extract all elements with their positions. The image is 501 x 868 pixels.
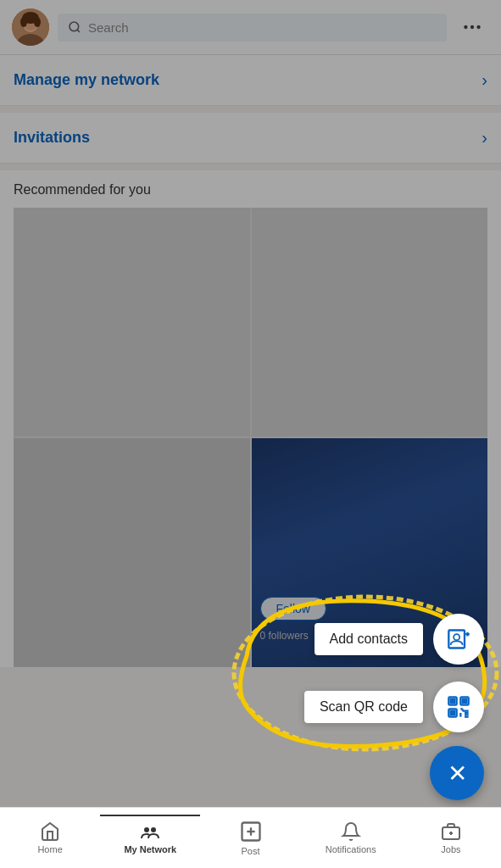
svg-rect-20 (451, 699, 455, 704)
nav-jobs[interactable]: Jobs (401, 815, 501, 861)
svg-point-14 (454, 634, 459, 640)
contacts-icon (447, 627, 470, 651)
network-label: My Network (124, 844, 176, 854)
active-indicator (100, 815, 200, 816)
nav-post[interactable]: Post (200, 813, 300, 863)
post-label: Post (242, 846, 260, 856)
bottom-nav: Home My Network Post Notifications (0, 807, 501, 868)
jobs-label: Jobs (441, 844, 460, 854)
nav-network[interactable]: My Network (100, 815, 200, 861)
home-label: Home (37, 844, 62, 854)
svg-point-30 (144, 827, 149, 832)
scan-qr-row: Scan QR code (304, 682, 484, 732)
add-contacts-row: Add contacts (315, 614, 485, 665)
scan-qr-button[interactable] (433, 682, 484, 732)
nav-notifications[interactable]: Notifications (301, 815, 401, 861)
svg-rect-22 (451, 711, 455, 715)
network-icon (140, 821, 160, 842)
svg-rect-13 (448, 631, 465, 648)
svg-rect-21 (463, 699, 467, 704)
svg-point-31 (151, 827, 156, 832)
jobs-icon (441, 821, 461, 842)
nav-home[interactable]: Home (0, 815, 100, 861)
qr-icon (447, 695, 470, 719)
scan-qr-label: Scan QR code (304, 691, 423, 723)
notifications-label: Notifications (326, 844, 376, 854)
add-contacts-button[interactable] (433, 614, 484, 665)
overlay (0, 0, 501, 868)
action-popup: Add contacts Scan QR code (304, 614, 484, 732)
add-contacts-label: Add contacts (315, 623, 424, 655)
fab-close-button[interactable]: ✕ (430, 746, 484, 800)
close-icon: ✕ (448, 760, 467, 787)
post-icon (239, 820, 263, 843)
home-icon (40, 821, 60, 842)
notifications-icon (341, 821, 361, 842)
